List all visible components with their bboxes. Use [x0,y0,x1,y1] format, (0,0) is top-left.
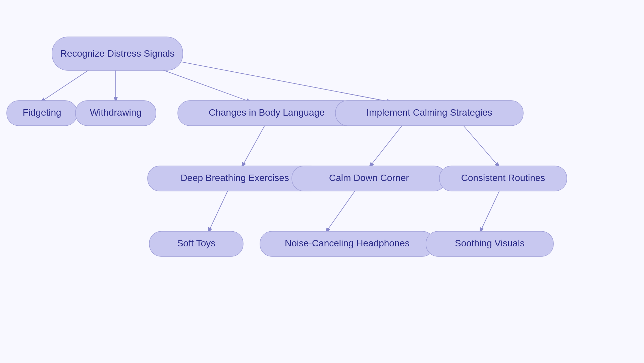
node-body-language-label: Changes in Body Language [209,107,325,118]
arrow-corner-headphones [325,190,356,233]
arrow-bodylanguage-breathing [241,125,265,168]
node-fidgeting-label: Fidgeting [22,107,61,118]
arrow-calming-corner [369,125,402,168]
node-breathing-label: Deep Breathing Exercises [180,173,289,183]
arrow-calming-routines [463,125,500,168]
arrow-routines-visuals [480,190,500,233]
arrow-breathing-softtoys [208,190,228,233]
mind-map-diagram: Recognize Distress Signals Fidgeting Wit… [0,0,644,363]
node-headphones-label: Noise-Canceling Headphones [285,238,410,248]
node-routines-label: Consistent Routines [461,173,545,183]
node-visuals-label: Soothing Visuals [455,238,525,248]
node-soft-toys-label: Soft Toys [177,238,216,248]
node-withdrawing-label: Withdrawing [90,107,142,118]
node-root-label: Recognize Distress Signals [60,48,175,59]
arrow-root-calming [161,58,392,102]
node-calming-label: Implement Calming Strategies [366,107,492,118]
node-corner-label: Calm Down Corner [329,173,409,183]
